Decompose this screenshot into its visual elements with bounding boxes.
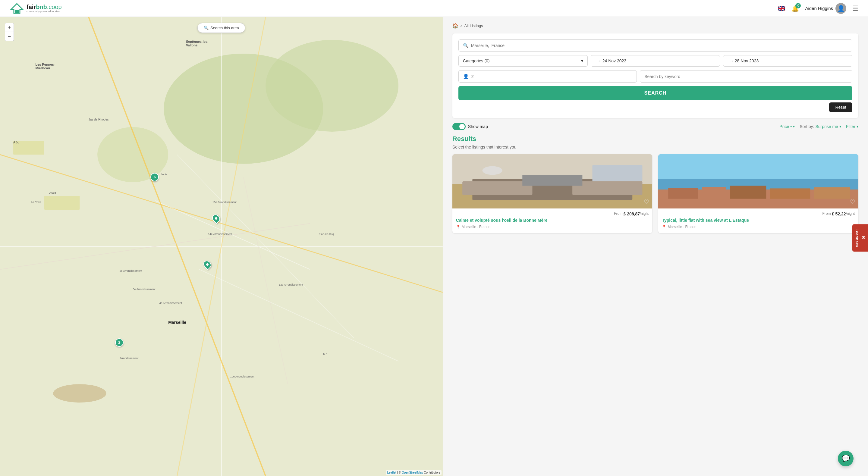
svg-rect-25 [592, 165, 642, 181]
price-chevron: ▾ [793, 124, 795, 129]
listing-price-night-1: /night [640, 212, 649, 216]
map-background: Les Pennes-Mirabeau Septèmes-les-Vallons… [0, 17, 443, 476]
listing-info-1: From £ 208,87 /night Calme et volupté so… [453, 209, 652, 233]
breadcrumb: 🏠 > All Listings [453, 23, 858, 29]
location-input-row: 🔍 [458, 39, 852, 52]
map-marker-6[interactable]: 6 [150, 173, 159, 181]
map-marker-2[interactable]: 2 [115, 338, 124, 347]
date-from-button[interactable]: → 24 Nov 2023 [591, 55, 720, 67]
keyword-input[interactable] [644, 74, 848, 79]
user-name: Aiden Higgins [805, 6, 833, 11]
svg-rect-30 [669, 188, 699, 199]
listing-heart-2[interactable]: ♡ [850, 198, 855, 205]
breadcrumb-home[interactable]: 🏠 [453, 23, 458, 29]
map-attribution: Leaflet | © OpenStreetMap Contributors [386, 470, 441, 475]
hamburger-menu-button[interactable]: ☰ [852, 4, 858, 12]
listing-info-2: From £ 52,22 /night Typical, little flat… [658, 209, 858, 233]
breadcrumb-separator: > [460, 24, 463, 28]
leaflet-link[interactable]: Leaflet [387, 471, 396, 474]
svg-point-26 [482, 166, 502, 175]
map-panel: Les Pennes-Mirabeau Septèmes-les-Vallons… [0, 17, 443, 476]
header: fairbnb.coop community powered tourism 🇬… [0, 0, 868, 17]
listing-price-row-1: From £ 208,87 /night [456, 212, 649, 216]
listing-price-from-1: From [614, 212, 622, 216]
listing-location-1: 📍 Marseille · France [456, 225, 649, 229]
svg-point-4 [266, 40, 398, 132]
listing-price-row-2: From £ 52,22 /night [662, 212, 855, 216]
keyword-input-row [640, 70, 852, 83]
guests-input[interactable] [471, 74, 632, 79]
location-pin-1: 📍 [456, 225, 461, 229]
listing-price-from-2: From [823, 212, 831, 216]
feedback-label: Feedback [855, 228, 859, 247]
toggle-knob [459, 124, 465, 129]
show-map-toggle: Show map [453, 123, 488, 130]
feedback-envelope-icon: ✉ [861, 235, 866, 241]
chat-bubble-button[interactable]: 💬 [838, 451, 854, 466]
notifications-button[interactable]: 🔔 0 [792, 5, 799, 12]
osm-attribution: © OpenStreetMap Contributors [399, 471, 440, 474]
zoom-out-button[interactable]: − [5, 32, 14, 41]
listing-card-1[interactable]: ♡ From £ 208,87 /night Calme et volupté … [453, 154, 652, 233]
right-panel: 🏠 > All Listings 🔍 Categories (0) ▾ → 24… [443, 17, 868, 476]
sort-area: Sort by: Surprise me ▾ [800, 124, 841, 129]
show-map-switch[interactable] [453, 123, 466, 130]
svg-rect-34 [814, 187, 850, 199]
listing-title-1: Calme et volupté sous l'oeil de la Bonne… [456, 218, 649, 223]
listing-img-area-1: ♡ [453, 154, 652, 209]
filter-chevron: ▾ [857, 124, 858, 129]
feedback-tab[interactable]: ✉ Feedback [852, 224, 868, 252]
listing-location-text-2: Marseille · France [668, 225, 696, 229]
logo-text-area: fairbnb.coop community powered tourism [27, 4, 62, 13]
filter-label: Filter [846, 124, 855, 129]
chat-bubble-icon: 💬 [842, 455, 850, 463]
zoom-in-button[interactable]: + [5, 23, 14, 32]
svg-rect-22 [462, 181, 532, 195]
user-menu[interactable]: Aiden Higgins 👤 [805, 3, 846, 14]
categories-label: Categories (0) [463, 58, 490, 63]
svg-rect-31 [702, 187, 726, 199]
marker-circle-2: 2 [115, 338, 124, 347]
listing-title-2: Typical, little flat with sea view at L'… [662, 218, 855, 223]
results-section: Results Select the listings that interes… [453, 135, 858, 233]
listing-heart-1[interactable]: ♡ [644, 198, 649, 205]
svg-rect-24 [522, 175, 582, 186]
controls-row: Show map Price • ▾ Sort by: Surprise me … [453, 123, 858, 130]
main-layout: Les Pennes-Mirabeau Septèmes-les-Vallons… [0, 17, 868, 476]
search-box: 🔍 Categories (0) ▾ → 24 Nov 2023 → 28 No… [453, 33, 858, 118]
map-marker-pin2[interactable] [204, 260, 211, 269]
price-filter[interactable]: Price • ▾ [779, 124, 795, 129]
user-avatar: 👤 [835, 3, 846, 14]
logo[interactable]: fairbnb.coop community powered tourism [10, 3, 62, 14]
osm-link[interactable]: OpenStreetMap [402, 471, 423, 474]
map-marker-pin1[interactable] [213, 214, 220, 223]
header-right: 🇬🇧 🔔 0 Aiden Higgins 👤 ☰ [778, 3, 858, 14]
results-subtitle: Select the listings that interest you [453, 145, 858, 150]
listing-card-2[interactable]: ♡ From £ 52,22 /night Typical, little fl… [658, 154, 858, 233]
date-from-label: → 24 Nov 2023 [597, 58, 626, 63]
listing-image-2 [658, 154, 858, 209]
guests-person-icon: 👤 [463, 73, 469, 79]
location-input[interactable] [471, 43, 848, 48]
date-to-label: → 28 Nov 2023 [730, 58, 758, 63]
results-title: Results [453, 135, 858, 143]
listing-location-2: 📍 Marseille · France [662, 225, 855, 229]
language-flag[interactable]: 🇬🇧 [778, 5, 785, 12]
listing-location-text-1: Marseille · France [462, 225, 490, 229]
reset-button[interactable]: Reset [829, 102, 852, 112]
listing-svg-1 [453, 154, 652, 209]
sort-value[interactable]: Surprise me [815, 124, 838, 129]
filter-button[interactable]: Filter ▾ [846, 124, 858, 129]
breadcrumb-all-listings: All Listings [464, 24, 483, 28]
logo-coop: .coop [47, 4, 62, 10]
search-this-area-button[interactable]: 🔍 Search this area [197, 23, 245, 33]
date-to-button[interactable]: → 28 Nov 2023 [723, 55, 852, 67]
search-row3: 👤 [458, 70, 852, 83]
search-button[interactable]: SEARCH [458, 86, 852, 100]
svg-rect-1 [15, 10, 19, 13]
listing-img-area-2: ♡ [658, 154, 858, 209]
categories-button[interactable]: Categories (0) ▾ [458, 55, 588, 67]
notif-badge: 0 [795, 3, 801, 8]
svg-rect-33 [770, 188, 810, 198]
logo-subtitle: community powered tourism [27, 10, 62, 13]
